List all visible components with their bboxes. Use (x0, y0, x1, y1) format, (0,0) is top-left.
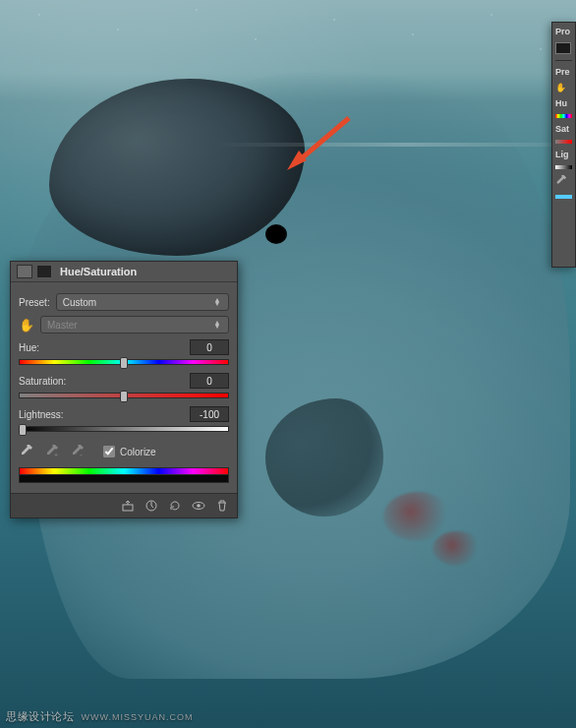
side-group-label: Pro (555, 27, 572, 36)
slider-thumb[interactable] (120, 357, 128, 369)
clip-to-layer-icon[interactable] (121, 499, 135, 513)
watermark: 思缘设计论坛 WWW.MISSYUAN.COM (6, 709, 194, 724)
adjustment-layer-icon (17, 265, 32, 278)
saturation-input[interactable] (190, 373, 229, 389)
hue-track[interactable] (19, 359, 229, 367)
lightness-slider: Lightness: (19, 406, 229, 434)
side-hue-track[interactable] (555, 114, 572, 118)
side-light-label: Lig (555, 150, 572, 159)
hue-slider: Hue: (19, 339, 229, 367)
trash-icon[interactable] (215, 499, 229, 513)
watermark-en: WWW.MISSYUAN.COM (82, 712, 194, 722)
watermark-cn: 思缘设计论坛 (6, 710, 74, 722)
side-hue-label: Hu (555, 98, 572, 108)
view-previous-icon[interactable] (144, 499, 158, 513)
side-sat-track[interactable] (555, 140, 572, 144)
layer-mask-icon (36, 265, 52, 278)
svg-text:+: + (54, 452, 58, 458)
lightness-track[interactable] (19, 426, 229, 434)
color-range-bar[interactable] (19, 467, 229, 483)
preset-select[interactable]: Custom ▲▼ (56, 293, 229, 311)
hue-input[interactable] (190, 339, 229, 355)
preset-label: Preset: (19, 297, 50, 308)
visibility-icon[interactable] (192, 499, 205, 513)
side-sat-label: Sat (555, 124, 572, 134)
targeted-adjust-icon[interactable]: ✋ (19, 317, 34, 333)
preset-value: Custom (63, 297, 96, 308)
saturation-label: Saturation: (19, 376, 66, 387)
slider-thumb[interactable] (19, 424, 27, 436)
properties-side-panel[interactable]: Pro Pre ✋ Hu Sat Lig (551, 22, 576, 268)
colorize-checkbox[interactable]: Colorize (103, 446, 156, 457)
lightness-label: Lightness: (19, 409, 64, 420)
side-preset-label: Pre (555, 67, 572, 77)
side-light-track[interactable] (555, 165, 572, 169)
channel-select[interactable]: Master ▲▼ (40, 316, 229, 334)
eyedropper-plus-icon[interactable]: + (44, 444, 60, 459)
hand-icon[interactable]: ✋ (555, 83, 569, 92)
hue-label: Hue: (19, 342, 39, 353)
eyedropper-icon[interactable] (555, 175, 569, 185)
channel-value: Master (47, 320, 78, 331)
hue-saturation-panel[interactable]: Hue/Saturation Preset: Custom ▲▼ ✋ Maste… (10, 261, 238, 518)
panel-footer (11, 493, 237, 517)
chevron-updown-icon: ▲▼ (212, 298, 222, 306)
side-thumbnail-icon (555, 42, 571, 54)
side-color-bar (555, 195, 572, 199)
svg-point-7 (197, 504, 201, 508)
eyedropper-minus-icon[interactable]: - (70, 444, 86, 459)
svg-rect-4 (123, 505, 133, 511)
svg-text:-: - (80, 450, 83, 458)
saturation-slider: Saturation: (19, 373, 229, 400)
reset-icon[interactable] (168, 499, 182, 513)
lightness-input[interactable] (190, 406, 229, 422)
slider-thumb[interactable] (120, 391, 128, 402)
saturation-track[interactable] (19, 393, 229, 400)
eyedropper-icon[interactable] (19, 444, 34, 459)
colorize-input[interactable] (103, 446, 115, 457)
colorize-label: Colorize (120, 447, 156, 457)
panel-header[interactable]: Hue/Saturation (11, 262, 237, 282)
panel-title: Hue/Saturation (60, 266, 137, 277)
chevron-updown-icon: ▲▼ (212, 321, 222, 329)
